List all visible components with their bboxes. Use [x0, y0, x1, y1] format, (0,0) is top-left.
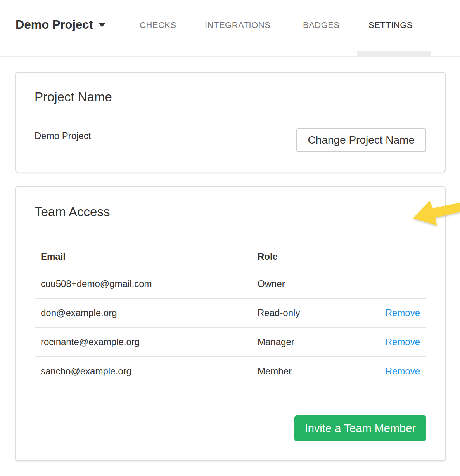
member-role: Read-only — [258, 298, 342, 327]
column-header-actions — [342, 245, 426, 269]
team-members-table: Email Role cuu508+demo@gmail.com Owner d… — [35, 245, 426, 386]
member-email: sancho@example.org — [35, 356, 258, 386]
member-action-cell — [342, 269, 426, 298]
member-email: cuu508+demo@gmail.com — [35, 269, 258, 298]
table-row: sancho@example.org Member Remove — [35, 356, 426, 386]
invite-team-member-button[interactable]: Invite a Team Member — [294, 415, 426, 441]
table-row: cuu508+demo@gmail.com Owner — [35, 269, 426, 298]
project-name-card: Project Name Demo Project Change Project… — [15, 72, 446, 172]
member-action-cell: Remove — [342, 356, 426, 386]
table-row: rocinante@example.org Manager Remove — [35, 327, 426, 356]
change-project-name-button[interactable]: Change Project Name — [296, 128, 426, 152]
member-action-cell: Remove — [342, 327, 426, 356]
remove-link[interactable]: Remove — [386, 366, 420, 376]
table-header-row: Email Role — [35, 245, 426, 269]
project-switcher-dropdown[interactable]: Demo Project — [16, 18, 105, 32]
remove-link[interactable]: Remove — [386, 307, 420, 318]
remove-link[interactable]: Remove — [386, 337, 420, 347]
member-role: Owner — [258, 269, 342, 298]
member-email: don@example.org — [35, 298, 258, 327]
active-tab-indicator — [357, 51, 431, 57]
member-email: rocinante@example.org — [35, 327, 258, 356]
tab-settings[interactable]: SETTINGS — [368, 20, 413, 30]
team-access-card: Team Access Email Role cuu508+demo@gmail… — [15, 186, 446, 461]
chevron-down-icon — [99, 23, 105, 27]
tab-badges[interactable]: BADGES — [303, 20, 340, 30]
current-project-name: Demo Project — [35, 130, 91, 141]
member-action-cell: Remove — [342, 298, 426, 327]
project-name-card-title: Project Name — [35, 90, 112, 104]
top-navbar: Demo Project CHECKS INTEGRATIONS BADGES … — [0, 0, 460, 57]
tab-checks[interactable]: CHECKS — [140, 20, 176, 30]
column-header-email: Email — [35, 245, 258, 269]
column-header-role: Role — [258, 245, 342, 269]
tab-integrations[interactable]: INTEGRATIONS — [205, 20, 270, 30]
project-switcher-label: Demo Project — [16, 18, 93, 31]
table-row: don@example.org Read-only Remove — [35, 298, 426, 327]
member-role: Member — [258, 356, 342, 386]
member-role: Manager — [258, 327, 342, 356]
team-access-card-title: Team Access — [35, 205, 110, 219]
